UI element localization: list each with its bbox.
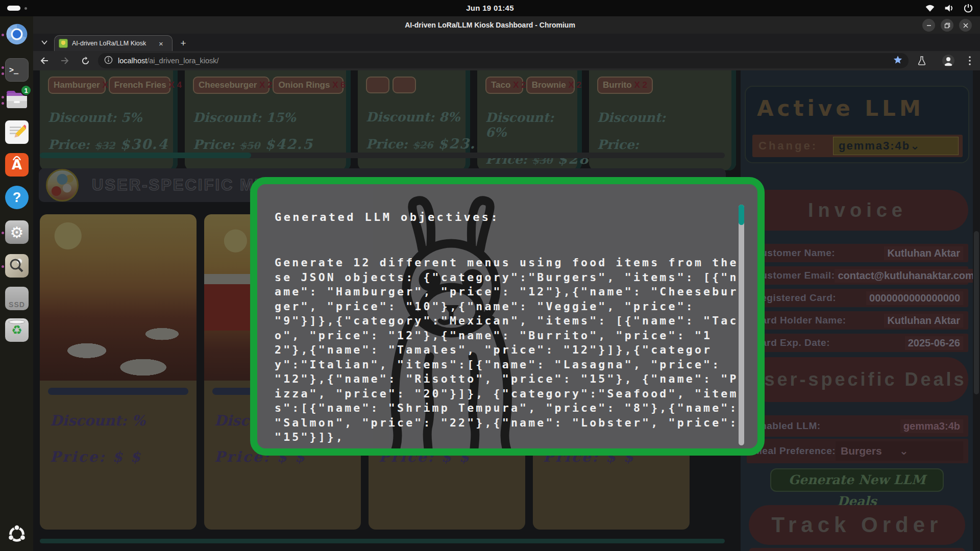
running-dot bbox=[2, 34, 4, 36]
ubuntu-software-icon[interactable]: A bbox=[5, 153, 29, 177]
back-icon[interactable] bbox=[37, 53, 52, 68]
files-badge: 1 bbox=[20, 85, 32, 96]
browser-tab[interactable]: AI-driven LoRa/LLM Kiosk × bbox=[54, 35, 173, 51]
new-tab-button[interactable]: + bbox=[178, 38, 189, 49]
dock-item-terminal[interactable]: >_ bbox=[0, 57, 33, 84]
dock-item-settings[interactable]: ⚙ bbox=[0, 219, 33, 246]
running-dot bbox=[2, 96, 4, 98]
ssd-drive-icon[interactable]: SSD bbox=[5, 287, 29, 310]
text-editor-icon[interactable] bbox=[5, 120, 29, 144]
labs-flask-icon[interactable] bbox=[915, 54, 929, 68]
bookmark-star-icon[interactable] bbox=[893, 55, 902, 66]
terminal-icon[interactable]: >_ bbox=[5, 58, 29, 82]
dock-item-ubuntu-software[interactable]: A bbox=[0, 152, 33, 179]
modal-scrollbar[interactable] bbox=[739, 205, 744, 445]
window-titlebar: AI-driven LoRa/LLM Kiosk Dashboard - Chr… bbox=[0, 16, 980, 34]
restore-button[interactable] bbox=[941, 19, 953, 32]
running-indicator bbox=[2, 219, 4, 246]
menu-dots-icon[interactable] bbox=[963, 54, 977, 68]
dock-item-screenshot-tool[interactable] bbox=[0, 253, 33, 280]
dock-item-ssd-drive[interactable]: SSD bbox=[0, 286, 33, 312]
volume-icon bbox=[944, 4, 954, 13]
running-dot bbox=[2, 232, 4, 234]
power-icon bbox=[964, 4, 973, 13]
running-dot bbox=[2, 102, 4, 105]
chromium-icon[interactable] bbox=[5, 22, 29, 46]
settings-icon[interactable]: ⚙ bbox=[5, 220, 29, 244]
running-indicator bbox=[2, 57, 4, 84]
ssd-label: SSD bbox=[5, 300, 29, 309]
tab-search-chevron-icon[interactable] bbox=[39, 37, 50, 48]
site-info-icon[interactable] bbox=[104, 56, 113, 66]
clock[interactable]: Jun 19 01:45 bbox=[0, 0, 980, 16]
tab-close-icon[interactable]: × bbox=[159, 40, 163, 47]
tab-title: AI-driven LoRa/LLM Kiosk bbox=[72, 40, 155, 47]
modal-scrollbar-thumb[interactable] bbox=[739, 205, 744, 225]
tab-strip: AI-driven LoRa/LLM Kiosk × + bbox=[0, 34, 980, 51]
address-bar[interactable]: localhost/ai_driven_lora_kiosk/ bbox=[98, 53, 909, 68]
help-icon[interactable]: ? bbox=[5, 186, 29, 209]
system-tray[interactable] bbox=[925, 0, 973, 16]
dock-item-text-editor[interactable] bbox=[0, 119, 33, 146]
running-indicator bbox=[2, 21, 4, 48]
url-host: localhost bbox=[118, 57, 147, 65]
system-top-bar: Jun 19 01:45 bbox=[0, 0, 980, 16]
running-indicator bbox=[2, 87, 4, 113]
ubuntu-logo-icon[interactable] bbox=[6, 523, 28, 545]
dock-item-chromium[interactable] bbox=[0, 21, 33, 48]
modal-body-text: Generate 12 different menus using food i… bbox=[275, 256, 743, 445]
dock-item-help[interactable]: ? bbox=[0, 185, 33, 211]
tab-favicon-icon bbox=[59, 39, 68, 48]
trash-icon[interactable]: ♻ bbox=[5, 318, 29, 342]
dock-item-trash[interactable]: ♻ bbox=[0, 317, 33, 344]
running-dot bbox=[2, 265, 4, 268]
running-dot bbox=[2, 66, 4, 69]
files-icon[interactable]: 1 bbox=[5, 88, 29, 111]
dock-item-files[interactable]: 1 bbox=[0, 87, 33, 113]
browser-toolbar: localhost/ai_driven_lora_kiosk/ bbox=[0, 51, 980, 70]
modal-heading: Generated LLM objectives: bbox=[275, 211, 500, 223]
url-path: /ai_driven_lora_kiosk/ bbox=[147, 57, 218, 65]
running-dot bbox=[2, 72, 4, 75]
dock: >_1A?⚙SSD♻ bbox=[0, 16, 33, 551]
forward-icon[interactable] bbox=[57, 53, 72, 68]
reload-icon[interactable] bbox=[78, 53, 93, 68]
window-title: AI-driven LoRa/LLM Kiosk Dashboard - Chr… bbox=[0, 16, 980, 34]
minimize-button[interactable] bbox=[922, 19, 935, 32]
screenshot-tool-icon[interactable] bbox=[5, 254, 29, 278]
wifi-icon bbox=[925, 4, 935, 12]
url-text[interactable]: localhost/ai_driven_lora_kiosk/ bbox=[118, 57, 888, 65]
close-button[interactable] bbox=[959, 19, 972, 32]
llm-objectives-modal: Generated LLM objectives: Generate 12 di… bbox=[250, 177, 765, 456]
running-indicator bbox=[2, 253, 4, 280]
profile-avatar-icon[interactable] bbox=[941, 54, 955, 68]
